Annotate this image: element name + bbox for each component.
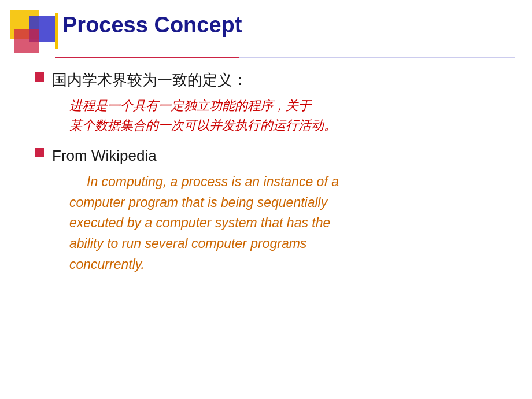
english-quote-line4: ability to run several computer programs	[69, 236, 306, 251]
english-quote-line1: In computing, a process is an instance o…	[87, 174, 339, 189]
corner-decoration	[0, 0, 64, 64]
bullet-text-2: From Wikipedia	[52, 145, 157, 166]
title-accent-bar	[55, 13, 58, 49]
slide-title: Process Concept	[62, 13, 242, 38]
slide: Process Concept 国内学术界较为一致的定义： 进程是一个具有一定独…	[0, 0, 532, 399]
chinese-quote: 进程是一个具有一定独立功能的程序，关于某个数据集合的一次可以并发执行的运行活动。	[69, 96, 509, 135]
english-quote-line2: computer program that is being sequentia…	[69, 195, 327, 210]
english-quote: In computing, a process is an instance o…	[69, 172, 509, 275]
english-quote-line5: concurrently.	[69, 257, 145, 272]
english-quote-line3: executed by a computer system that has t…	[69, 215, 330, 230]
chinese-quote-text: 进程是一个具有一定独立功能的程序，关于某个数据集合的一次可以并发执行的运行活动。	[69, 98, 337, 132]
bullet-item-1: 国内学术界较为一致的定义：	[35, 69, 509, 90]
bullet-item-2: From Wikipedia	[35, 145, 509, 166]
bullet-square-2	[35, 148, 44, 157]
title-divider	[55, 57, 515, 58]
slide-content: 国内学术界较为一致的定义： 进程是一个具有一定独立功能的程序，关于某个数据集合的…	[35, 69, 509, 382]
bullet-square-1	[35, 72, 44, 82]
red-square	[14, 29, 39, 53]
bullet-text-1: 国内学术界较为一致的定义：	[52, 69, 247, 90]
